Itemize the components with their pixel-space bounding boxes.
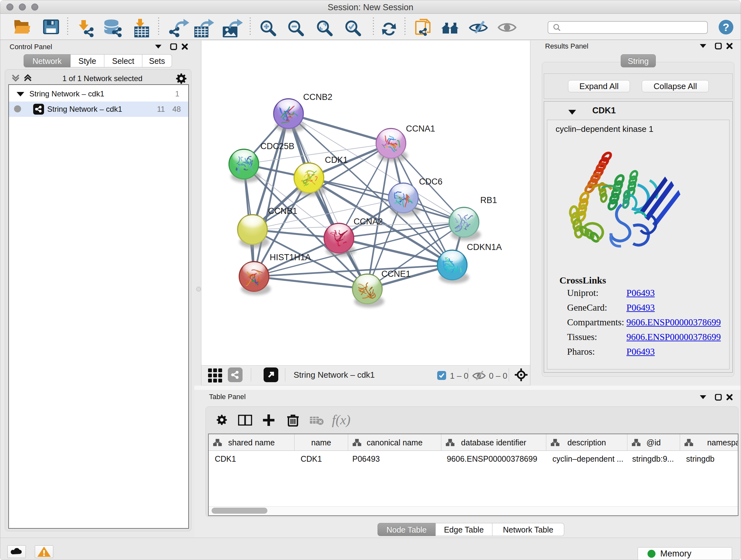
svg-text:CDC25B: CDC25B [260,141,294,151]
svg-text:CCNB2: CCNB2 [303,92,333,102]
svg-text:CCNA1: CCNA1 [406,124,435,133]
svg-text:CDC6: CDC6 [419,177,443,186]
svg-text:CCNA2: CCNA2 [354,217,383,226]
svg-text:?: ? [723,21,730,33]
svg-text:1 of 1 Network selected: 1 of 1 Network selected [63,74,143,83]
svg-text:CDK1: CDK1 [325,155,348,165]
svg-text:RB1: RB1 [480,195,497,205]
svg-text:CDKN1A: CDKN1A [467,242,502,252]
svg-text:HIST1H1A: HIST1H1A [270,253,311,262]
svg-text:CCNE1: CCNE1 [381,269,411,279]
svg-text:CCNB1: CCNB1 [268,206,297,216]
